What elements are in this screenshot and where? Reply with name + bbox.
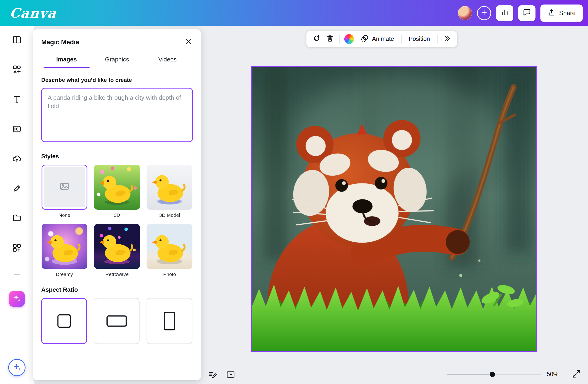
fullscreen-icon bbox=[571, 369, 581, 380]
style-option-none[interactable]: None bbox=[41, 165, 87, 218]
sidebar-item-elements[interactable] bbox=[9, 62, 25, 78]
aspect-option-square[interactable] bbox=[41, 298, 87, 344]
duck-thumbnail bbox=[147, 224, 192, 269]
insights-button[interactable] bbox=[496, 5, 513, 21]
style-label: 3D bbox=[114, 212, 120, 218]
style-option-photo[interactable]: Photo bbox=[147, 224, 193, 277]
color-wheel-icon bbox=[344, 34, 354, 44]
regenerate-button[interactable] bbox=[310, 33, 323, 45]
animate-label: Animate bbox=[372, 36, 394, 43]
canva-assistant-button[interactable] bbox=[8, 359, 25, 376]
sidebar-item-design[interactable] bbox=[9, 32, 25, 49]
style-option-retrowave[interactable]: Retrowave bbox=[94, 224, 140, 277]
style-label: Dreamy bbox=[56, 272, 73, 277]
sidebar bbox=[0, 26, 34, 384]
aspect-ratio-grid bbox=[41, 298, 193, 344]
aspect-option-landscape[interactable] bbox=[94, 298, 140, 344]
position-label: Position bbox=[409, 36, 430, 43]
sidebar-item-draw[interactable] bbox=[9, 181, 25, 197]
square-ratio-icon bbox=[57, 314, 71, 328]
style-label: Retrowave bbox=[105, 272, 129, 277]
rail-divider bbox=[14, 274, 20, 275]
double-chevron-icon bbox=[442, 34, 451, 44]
chat-bubble-icon bbox=[522, 8, 531, 18]
share-button[interactable]: Share bbox=[540, 4, 583, 21]
design-icon bbox=[12, 35, 22, 46]
magic-media-panel: Magic Media Images Graphics Videos Descr… bbox=[33, 29, 201, 380]
more-options-button[interactable] bbox=[440, 33, 454, 45]
animate-icon bbox=[360, 34, 369, 44]
toolbar-divider bbox=[437, 35, 438, 43]
bar-chart-icon bbox=[500, 8, 509, 18]
top-bar: Canva Share bbox=[0, 0, 588, 26]
upload-icon bbox=[547, 8, 556, 18]
delete-button[interactable] bbox=[323, 33, 337, 45]
style-label: 3D Model bbox=[159, 212, 180, 218]
magic-media-app-icon bbox=[12, 293, 22, 305]
aspect-ratio-heading: Aspect Ratio bbox=[41, 287, 193, 293]
sparkle-icon bbox=[12, 362, 22, 373]
zoom-slider-fill bbox=[447, 374, 492, 375]
avatar[interactable] bbox=[458, 6, 472, 20]
duck-thumbnail bbox=[147, 165, 192, 210]
tab-images[interactable]: Images bbox=[41, 52, 92, 68]
duck-thumbnail bbox=[94, 224, 140, 269]
sidebar-item-text[interactable] bbox=[9, 92, 25, 108]
sidebar-item-magic-media[interactable] bbox=[9, 291, 25, 307]
close-panel-button[interactable] bbox=[183, 37, 194, 48]
top-bar-actions: Share bbox=[458, 4, 583, 21]
comments-button[interactable] bbox=[518, 5, 535, 21]
object-toolbar: Animate Position bbox=[306, 31, 457, 47]
duck-thumbnail bbox=[94, 165, 140, 210]
style-label: None bbox=[59, 212, 70, 218]
toolbar-divider bbox=[401, 35, 401, 43]
prompt-input[interactable] bbox=[41, 88, 193, 142]
pen-icon bbox=[12, 183, 22, 195]
red-panda-image bbox=[252, 67, 536, 351]
styles-heading: Styles bbox=[41, 153, 193, 160]
brand-icon bbox=[12, 124, 22, 135]
panel-title: Magic Media bbox=[41, 39, 79, 46]
duck-thumbnail bbox=[42, 224, 87, 269]
canva-logo[interactable]: Canva bbox=[9, 5, 57, 21]
notes-icon bbox=[208, 370, 217, 381]
position-button[interactable]: Position bbox=[404, 33, 435, 45]
prompt-label: Describe what you’d like to create bbox=[41, 77, 193, 83]
tab-graphics[interactable]: Graphics bbox=[92, 52, 142, 68]
sidebar-item-uploads[interactable] bbox=[9, 151, 25, 168]
image-placeholder-icon bbox=[59, 181, 70, 193]
color-button[interactable] bbox=[342, 33, 356, 45]
app-window: Canva Share bbox=[0, 0, 588, 384]
style-option-dreamy[interactable]: Dreamy bbox=[41, 224, 87, 277]
apps-grid-icon bbox=[12, 243, 22, 254]
share-label: Share bbox=[559, 9, 575, 17]
elements-icon bbox=[12, 64, 22, 76]
zoom-level: 50% bbox=[547, 371, 558, 378]
trash-icon bbox=[326, 34, 335, 44]
sidebar-item-brand[interactable] bbox=[9, 122, 25, 138]
portrait-ratio-icon bbox=[164, 312, 175, 330]
notes-button[interactable] bbox=[206, 369, 219, 382]
sidebar-item-apps[interactable] bbox=[9, 240, 25, 257]
add-member-button[interactable] bbox=[477, 6, 491, 20]
style-option-3d-model[interactable]: 3D Model bbox=[147, 165, 193, 218]
sidebar-item-projects[interactable] bbox=[9, 210, 25, 227]
folder-icon bbox=[12, 213, 22, 224]
present-button[interactable] bbox=[224, 369, 237, 382]
zoom-slider-handle[interactable] bbox=[490, 372, 495, 377]
toolbar-divider bbox=[339, 35, 340, 43]
plus-icon bbox=[481, 8, 488, 17]
canvas-image[interactable] bbox=[251, 66, 537, 352]
panel-tabs: Images Graphics Videos bbox=[33, 52, 201, 68]
style-option-3d[interactable]: 3D bbox=[94, 165, 140, 218]
animate-button[interactable]: Animate bbox=[356, 33, 399, 45]
styles-grid: None 3D bbox=[41, 165, 193, 277]
regenerate-icon bbox=[312, 34, 321, 44]
aspect-option-portrait[interactable] bbox=[147, 298, 192, 344]
presentation-icon bbox=[226, 370, 236, 381]
tab-videos[interactable]: Videos bbox=[142, 52, 193, 68]
fullscreen-button[interactable] bbox=[570, 368, 583, 381]
cloud-upload-icon bbox=[12, 154, 22, 165]
close-icon bbox=[185, 38, 193, 47]
landscape-ratio-icon bbox=[107, 315, 127, 327]
